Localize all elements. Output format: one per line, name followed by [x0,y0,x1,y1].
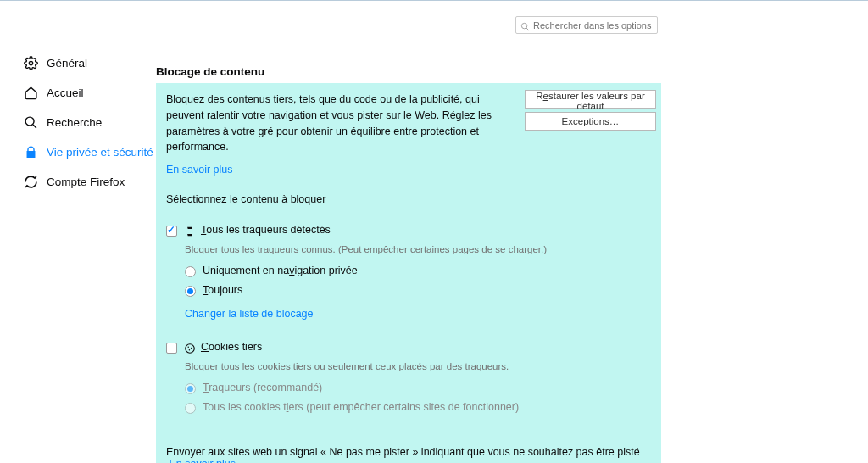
sidebar-item-label: Recherche [47,116,102,129]
svg-point-2 [29,61,32,64]
restore-defaults-button[interactable]: Restaurer les valeurs par défaut [525,90,656,109]
sync-icon [24,175,38,189]
select-content-label: Sélectionnez le contenu à bloquer [166,193,651,205]
content-blocking-panel: Restaurer les valeurs par défaut Excepti… [156,83,661,463]
section-title: Blocage de contenu [156,65,661,78]
trackers-private-radio[interactable] [185,266,196,277]
dnt-description: Envoyer aux sites web un signal « Ne pas… [166,446,640,458]
sidebar-item-general[interactable]: Général [24,48,159,78]
trackers-always-radio[interactable] [185,286,196,297]
cookies-checkbox[interactable] [166,343,177,354]
svg-point-3 [25,117,34,126]
search-options-input[interactable] [515,16,658,34]
sidebar-item-search[interactable]: Recherche [24,108,159,137]
change-blocklist-link[interactable]: Changer la liste de blocage [185,308,314,320]
section-description: Bloquez des contenus tiers, tels que du … [166,92,501,155]
sidebar-item-firefox-account[interactable]: Compte Firefox [24,167,159,197]
cookies-trackers-label: Traqueurs (recommandé) [203,382,322,393]
cookies-all-radio[interactable] [185,403,196,414]
trackers-hint: Bloquer tous les traqueurs connus. (Peut… [185,244,651,254]
svg-point-8 [189,349,191,351]
svg-point-7 [191,348,192,349]
sidebar-item-label: Compte Firefox [47,176,125,188]
home-icon [24,86,38,100]
gear-icon [24,56,38,70]
preferences-sidebar: Général Accueil Recherche Vie privée et … [24,48,159,197]
cookies-label: Cookies tiers [201,341,262,353]
magnify-icon [24,115,38,130]
lock-icon [24,145,38,159]
sidebar-item-label: Vie privée et sécurité [47,146,153,159]
svg-point-5 [186,344,195,354]
sidebar-item-label: Accueil [47,86,84,99]
cookies-trackers-radio[interactable] [185,383,196,394]
trackers-always-option[interactable]: Toujours [185,284,651,297]
trackers-always-label: Toujours [203,284,242,296]
trackers-checkbox[interactable] [166,226,177,237]
svg-line-4 [33,125,36,128]
sidebar-item-privacy[interactable]: Vie privée et sécurité [24,137,159,167]
trackers-icon [184,226,196,241]
trackers-private-only-option[interactable]: Uniquement en navigation privée [185,265,651,277]
svg-point-6 [187,346,189,348]
sidebar-item-home[interactable]: Accueil [24,78,159,108]
cookie-icon [184,343,196,358]
sidebar-item-label: Général [47,57,87,70]
trackers-option[interactable]: Tous les traqueurs détectés [166,224,651,241]
learn-more-link[interactable]: En savoir plus [166,164,233,176]
cookies-hint: Bloquer tous les cookies tiers ou seulem… [185,361,651,371]
cookies-all-option[interactable]: Tous les cookies tiers (peut empêcher ce… [185,401,651,414]
content-blocking-section: Blocage de contenu Restaurer les valeurs… [156,65,661,463]
trackers-private-label: Uniquement en navigation privée [203,265,358,276]
exceptions-button[interactable]: Exceptions… [525,112,656,131]
cookies-trackers-option[interactable]: Traqueurs (recommandé) [185,382,651,394]
dnt-learn-more-link[interactable]: En savoir plus [169,458,236,463]
cookies-option[interactable]: Cookies tiers [166,341,651,358]
cookies-all-label: Tous les cookies tiers (peut empêcher ce… [203,401,519,413]
trackers-label: Tous les traqueurs détectés [201,224,331,236]
